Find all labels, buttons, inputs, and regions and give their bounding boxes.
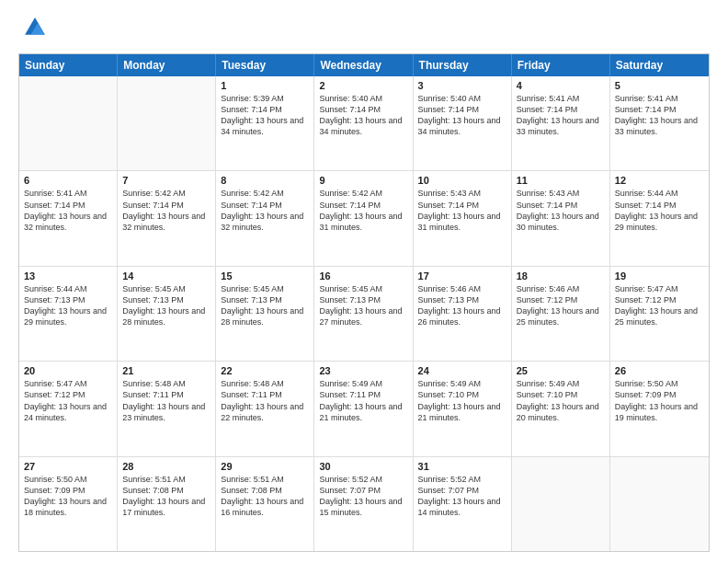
table-row: 4Sunrise: 5:41 AM Sunset: 7:14 PM Daylig… bbox=[512, 76, 610, 170]
table-row: 22Sunrise: 5:48 AM Sunset: 7:11 PM Dayli… bbox=[216, 362, 314, 455]
table-row: 3Sunrise: 5:40 AM Sunset: 7:14 PM Daylig… bbox=[414, 76, 512, 170]
day-info: Sunrise: 5:45 AM Sunset: 7:13 PM Dayligh… bbox=[221, 283, 309, 328]
day-info: Sunrise: 5:52 AM Sunset: 7:07 PM Dayligh… bbox=[319, 474, 407, 519]
day-number: 28 bbox=[122, 461, 210, 472]
table-row: 11Sunrise: 5:43 AM Sunset: 7:14 PM Dayli… bbox=[512, 171, 610, 265]
day-info: Sunrise: 5:41 AM Sunset: 7:14 PM Dayligh… bbox=[615, 93, 704, 138]
day-info: Sunrise: 5:48 AM Sunset: 7:11 PM Dayligh… bbox=[221, 378, 309, 423]
day-info: Sunrise: 5:40 AM Sunset: 7:14 PM Dayligh… bbox=[418, 93, 506, 138]
day-info: Sunrise: 5:44 AM Sunset: 7:14 PM Dayligh… bbox=[615, 188, 704, 233]
day-header-saturday: Saturday bbox=[610, 54, 709, 76]
table-row: 16Sunrise: 5:45 AM Sunset: 7:13 PM Dayli… bbox=[314, 267, 413, 361]
table-row bbox=[610, 457, 709, 551]
day-info: Sunrise: 5:43 AM Sunset: 7:14 PM Dayligh… bbox=[517, 188, 605, 233]
table-row: 17Sunrise: 5:46 AM Sunset: 7:13 PM Dayli… bbox=[414, 267, 512, 361]
day-header-monday: Monday bbox=[118, 54, 216, 76]
table-row: 18Sunrise: 5:46 AM Sunset: 7:12 PM Dayli… bbox=[512, 267, 610, 361]
table-row: 6Sunrise: 5:41 AM Sunset: 7:14 PM Daylig… bbox=[19, 171, 118, 265]
table-row: 8Sunrise: 5:42 AM Sunset: 7:14 PM Daylig… bbox=[216, 171, 314, 265]
table-row: 9Sunrise: 5:42 AM Sunset: 7:14 PM Daylig… bbox=[314, 171, 413, 265]
table-row: 30Sunrise: 5:52 AM Sunset: 7:07 PM Dayli… bbox=[314, 457, 413, 551]
table-row: 2Sunrise: 5:40 AM Sunset: 7:14 PM Daylig… bbox=[314, 76, 413, 170]
day-number: 14 bbox=[122, 270, 210, 282]
day-info: Sunrise: 5:47 AM Sunset: 7:12 PM Dayligh… bbox=[615, 283, 704, 328]
table-row: 12Sunrise: 5:44 AM Sunset: 7:14 PM Dayli… bbox=[610, 171, 709, 265]
day-number: 3 bbox=[418, 80, 506, 91]
day-number: 11 bbox=[517, 175, 605, 186]
day-header-thursday: Thursday bbox=[414, 54, 512, 76]
day-info: Sunrise: 5:52 AM Sunset: 7:07 PM Dayligh… bbox=[418, 474, 506, 519]
day-info: Sunrise: 5:48 AM Sunset: 7:11 PM Dayligh… bbox=[122, 378, 210, 423]
day-number: 27 bbox=[24, 461, 112, 472]
day-number: 4 bbox=[517, 80, 605, 91]
day-number: 8 bbox=[221, 175, 309, 186]
day-info: Sunrise: 5:51 AM Sunset: 7:08 PM Dayligh… bbox=[122, 474, 210, 519]
calendar-week-4: 20Sunrise: 5:47 AM Sunset: 7:12 PM Dayli… bbox=[19, 362, 709, 456]
day-number: 2 bbox=[319, 80, 407, 91]
day-number: 9 bbox=[319, 175, 407, 186]
day-number: 5 bbox=[615, 80, 704, 91]
table-row: 23Sunrise: 5:49 AM Sunset: 7:11 PM Dayli… bbox=[314, 362, 413, 455]
day-number: 30 bbox=[319, 461, 407, 472]
day-number: 26 bbox=[615, 365, 704, 376]
day-header-tuesday: Tuesday bbox=[216, 54, 314, 76]
day-number: 21 bbox=[122, 365, 210, 376]
day-number: 6 bbox=[24, 175, 112, 186]
day-number: 23 bbox=[319, 365, 407, 376]
day-info: Sunrise: 5:46 AM Sunset: 7:12 PM Dayligh… bbox=[517, 283, 605, 328]
table-row: 15Sunrise: 5:45 AM Sunset: 7:13 PM Dayli… bbox=[216, 267, 314, 361]
table-row: 1Sunrise: 5:39 AM Sunset: 7:14 PM Daylig… bbox=[216, 76, 314, 170]
calendar-week-2: 6Sunrise: 5:41 AM Sunset: 7:14 PM Daylig… bbox=[19, 171, 709, 266]
day-info: Sunrise: 5:42 AM Sunset: 7:14 PM Dayligh… bbox=[122, 188, 210, 233]
day-info: Sunrise: 5:42 AM Sunset: 7:14 PM Dayligh… bbox=[319, 188, 407, 233]
day-info: Sunrise: 5:49 AM Sunset: 7:11 PM Dayligh… bbox=[319, 378, 407, 423]
day-info: Sunrise: 5:43 AM Sunset: 7:14 PM Dayligh… bbox=[418, 188, 506, 233]
table-row: 19Sunrise: 5:47 AM Sunset: 7:12 PM Dayli… bbox=[610, 267, 709, 361]
table-row: 5Sunrise: 5:41 AM Sunset: 7:14 PM Daylig… bbox=[610, 76, 709, 170]
calendar-body: 1Sunrise: 5:39 AM Sunset: 7:14 PM Daylig… bbox=[19, 76, 709, 551]
day-number: 7 bbox=[122, 175, 210, 186]
day-info: Sunrise: 5:45 AM Sunset: 7:13 PM Dayligh… bbox=[122, 283, 210, 328]
table-row bbox=[19, 76, 118, 170]
day-number: 29 bbox=[221, 461, 309, 472]
day-number: 15 bbox=[221, 270, 309, 282]
day-info: Sunrise: 5:45 AM Sunset: 7:13 PM Dayligh… bbox=[319, 283, 407, 328]
table-row: 28Sunrise: 5:51 AM Sunset: 7:08 PM Dayli… bbox=[118, 457, 216, 551]
logo bbox=[18, 15, 48, 44]
day-number: 31 bbox=[418, 461, 506, 472]
table-row: 25Sunrise: 5:49 AM Sunset: 7:10 PM Dayli… bbox=[512, 362, 610, 455]
calendar-header: SundayMondayTuesdayWednesdayThursdayFrid… bbox=[19, 54, 709, 76]
day-number: 10 bbox=[418, 175, 506, 186]
table-row bbox=[118, 76, 216, 170]
day-number: 20 bbox=[24, 365, 112, 376]
calendar-week-5: 27Sunrise: 5:50 AM Sunset: 7:09 PM Dayli… bbox=[19, 457, 709, 551]
table-row: 26Sunrise: 5:50 AM Sunset: 7:09 PM Dayli… bbox=[610, 362, 709, 455]
day-number: 25 bbox=[517, 365, 605, 376]
day-info: Sunrise: 5:39 AM Sunset: 7:14 PM Dayligh… bbox=[221, 93, 309, 138]
header bbox=[18, 15, 710, 44]
table-row: 14Sunrise: 5:45 AM Sunset: 7:13 PM Dayli… bbox=[118, 267, 216, 361]
table-row: 27Sunrise: 5:50 AM Sunset: 7:09 PM Dayli… bbox=[19, 457, 118, 551]
day-info: Sunrise: 5:40 AM Sunset: 7:14 PM Dayligh… bbox=[319, 93, 407, 138]
day-info: Sunrise: 5:47 AM Sunset: 7:12 PM Dayligh… bbox=[24, 378, 112, 423]
day-info: Sunrise: 5:50 AM Sunset: 7:09 PM Dayligh… bbox=[615, 378, 704, 423]
day-info: Sunrise: 5:44 AM Sunset: 7:13 PM Dayligh… bbox=[24, 283, 112, 328]
day-info: Sunrise: 5:41 AM Sunset: 7:14 PM Dayligh… bbox=[24, 188, 112, 233]
day-info: Sunrise: 5:51 AM Sunset: 7:08 PM Dayligh… bbox=[221, 474, 309, 519]
day-info: Sunrise: 5:46 AM Sunset: 7:13 PM Dayligh… bbox=[418, 283, 506, 328]
table-row: 13Sunrise: 5:44 AM Sunset: 7:13 PM Dayli… bbox=[19, 267, 118, 361]
day-header-wednesday: Wednesday bbox=[314, 54, 413, 76]
table-row: 7Sunrise: 5:42 AM Sunset: 7:14 PM Daylig… bbox=[118, 171, 216, 265]
day-info: Sunrise: 5:49 AM Sunset: 7:10 PM Dayligh… bbox=[517, 378, 605, 423]
day-header-sunday: Sunday bbox=[19, 54, 118, 76]
calendar-week-3: 13Sunrise: 5:44 AM Sunset: 7:13 PM Dayli… bbox=[19, 267, 709, 362]
day-header-friday: Friday bbox=[512, 54, 610, 76]
day-info: Sunrise: 5:42 AM Sunset: 7:14 PM Dayligh… bbox=[221, 188, 309, 233]
day-number: 1 bbox=[221, 80, 309, 91]
day-number: 24 bbox=[418, 365, 506, 376]
table-row: 21Sunrise: 5:48 AM Sunset: 7:11 PM Dayli… bbox=[118, 362, 216, 455]
day-info: Sunrise: 5:41 AM Sunset: 7:14 PM Dayligh… bbox=[517, 93, 605, 138]
logo-icon bbox=[22, 15, 48, 40]
day-number: 13 bbox=[24, 270, 112, 282]
calendar-week-1: 1Sunrise: 5:39 AM Sunset: 7:14 PM Daylig… bbox=[19, 76, 709, 171]
